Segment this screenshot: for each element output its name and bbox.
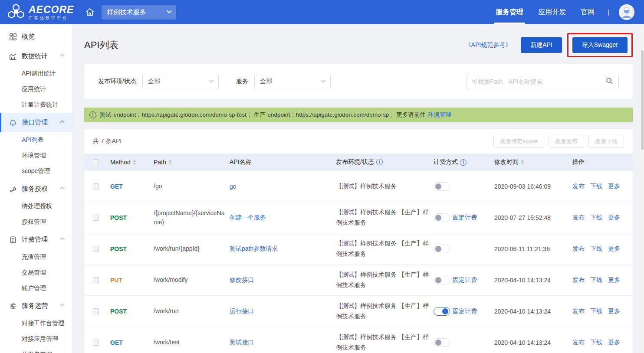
row-checkbox[interactable] bbox=[93, 277, 99, 283]
sidebar-item-label: 接口管理 bbox=[22, 118, 48, 127]
service-selector[interactable]: 样例技术服务 bbox=[102, 5, 176, 20]
service-filter-label: 服务 bbox=[236, 78, 248, 85]
env-management-link[interactable]: 环境管理 bbox=[428, 111, 451, 119]
action-offline-link[interactable]: 下线 bbox=[590, 339, 602, 346]
user-avatar[interactable] bbox=[619, 4, 634, 20]
new-api-button[interactable]: 新建API bbox=[521, 37, 562, 53]
batch-bind-scope-button[interactable]: 批量绑定scope bbox=[493, 135, 544, 148]
sidebar-item-app-integration[interactable]: 对接应用管理 bbox=[0, 331, 72, 347]
row-billing-label: 固定计费 bbox=[453, 214, 477, 222]
billing-toggle[interactable] bbox=[434, 182, 450, 191]
api-name-link[interactable]: 修改接口 bbox=[230, 276, 254, 283]
sidebar-item-billing-management[interactable]: 计费管理 bbox=[0, 230, 72, 249]
action-more-link[interactable]: 更多 bbox=[608, 307, 620, 315]
row-actions: 发布下线更多 bbox=[572, 214, 633, 222]
sidebar-item-api-management[interactable]: 接口管理 bbox=[0, 113, 72, 132]
sort-icon[interactable] bbox=[168, 160, 172, 165]
sidebar-item-authorization-management[interactable]: 授权管理 bbox=[0, 214, 72, 230]
sidebar-item-service-operation[interactable]: 服务运营 bbox=[0, 296, 72, 316]
select-all-checkbox[interactable] bbox=[93, 159, 99, 165]
sidebar-item-transaction-management[interactable]: 交易管理 bbox=[0, 265, 72, 281]
billing-toggle[interactable] bbox=[434, 213, 450, 222]
row-actions: 发布下线更多 bbox=[572, 307, 633, 315]
sidebar-item-pending-authorization[interactable]: 待处理授权 bbox=[0, 199, 72, 214]
action-more-link[interactable]: 更多 bbox=[608, 276, 620, 284]
table-row: POST /work/run 运行接口 【测试】样例技术服务 【生产】样例技术服… bbox=[84, 296, 633, 327]
action-publish-link[interactable]: 发布 bbox=[572, 339, 585, 346]
batch-publish-button[interactable]: 批量发布 bbox=[549, 135, 584, 148]
batch-offline-button[interactable]: 批量下线 bbox=[588, 135, 624, 148]
column-path[interactable]: Path bbox=[154, 158, 230, 167]
api-name-link[interactable]: 创建一个服务 bbox=[230, 214, 266, 221]
main-content: API列表 《API规范参考》 新建API 导入Swagger 发布环境/状态 … bbox=[73, 24, 644, 353]
column-method[interactable]: Method bbox=[110, 159, 154, 166]
billing-toggle[interactable] bbox=[434, 338, 450, 347]
row-actions: 发布下线更多 bbox=[572, 339, 633, 346]
topbar: AECORE 广联达数字中台 样例技术服务 服务管理 应用开发 官网 | bbox=[0, 0, 644, 24]
row-path: /{projectName}/{serviceName} bbox=[154, 209, 230, 227]
sidebar-item-developer-management[interactable]: 开发者管理 bbox=[0, 347, 72, 353]
billing-toggle[interactable] bbox=[434, 245, 450, 253]
action-more-link[interactable]: 更多 bbox=[608, 214, 620, 222]
window-scrollbar[interactable] bbox=[641, 24, 644, 353]
api-spec-reference-link[interactable]: 《API规范参考》 bbox=[465, 41, 512, 49]
nav-service-management[interactable]: 服务管理 bbox=[496, 0, 523, 24]
search-input[interactable] bbox=[472, 78, 605, 85]
sidebar-item-api-call-stats[interactable]: API调用统计 bbox=[0, 66, 72, 82]
import-swagger-button[interactable]: 导入Swagger bbox=[572, 37, 628, 53]
row-checkbox[interactable] bbox=[93, 215, 99, 221]
sidebar-item-env-management[interactable]: 环境管理 bbox=[0, 148, 72, 163]
action-more-link[interactable]: 更多 bbox=[608, 245, 620, 253]
sidebar-item-scope-management[interactable]: scope管理 bbox=[0, 163, 72, 179]
sidebar-item-data-statistics[interactable]: 数据统计 bbox=[0, 46, 72, 66]
column-modified-time[interactable]: 修改时间 bbox=[494, 158, 572, 166]
billing-toggle[interactable] bbox=[434, 276, 450, 284]
sidebar-item-workbench-integration[interactable]: 对接工作台管理 bbox=[0, 316, 72, 331]
sidebar-item-overview[interactable]: 概览 bbox=[0, 27, 72, 46]
row-checkbox[interactable] bbox=[93, 340, 99, 346]
info-icon[interactable]: i bbox=[376, 159, 383, 165]
action-more-link[interactable]: 更多 bbox=[608, 183, 620, 190]
sidebar-item-metering-billing-stats[interactable]: 计量计费统计 bbox=[0, 97, 72, 113]
info-icon[interactable]: i bbox=[460, 159, 467, 166]
nav-app-development[interactable]: 应用开发 bbox=[538, 0, 566, 24]
action-publish-link[interactable]: 发布 bbox=[572, 214, 585, 222]
action-publish-link[interactable]: 发布 bbox=[572, 276, 585, 284]
action-offline-link[interactable]: 下线 bbox=[590, 214, 602, 222]
api-name-link[interactable]: 测试接口 bbox=[230, 339, 254, 346]
sidebar-item-account-management[interactable]: 账户管理 bbox=[0, 281, 72, 296]
sidebar-item-recharge-management[interactable]: 充值管理 bbox=[0, 249, 72, 265]
sidebar-item-label: 计费管理 bbox=[22, 235, 48, 244]
row-checkbox[interactable] bbox=[93, 246, 99, 252]
row-checkbox[interactable] bbox=[93, 183, 99, 190]
env-filter-select[interactable]: 全部 bbox=[142, 74, 219, 89]
sidebar-item-app-stats[interactable]: 应用统计 bbox=[0, 82, 72, 97]
chevron-up-icon bbox=[60, 121, 65, 125]
sort-icon[interactable] bbox=[521, 160, 524, 165]
search-icon[interactable] bbox=[605, 77, 613, 86]
sidebar-item-api-list[interactable]: API列表 bbox=[0, 132, 72, 148]
api-name-link[interactable]: 运行接口 bbox=[230, 307, 254, 314]
home-icon[interactable] bbox=[85, 7, 95, 17]
action-publish-link[interactable]: 发布 bbox=[572, 245, 585, 253]
action-offline-link[interactable]: 下线 bbox=[590, 276, 602, 284]
table-row: POST /work/run/{appId} 测试path参数请求 【测试】样例… bbox=[84, 233, 633, 265]
action-offline-link[interactable]: 下线 bbox=[590, 307, 602, 315]
action-publish-link[interactable]: 发布 bbox=[572, 307, 585, 315]
sort-icon[interactable] bbox=[133, 160, 136, 165]
api-name-link[interactable]: 测试path参数请求 bbox=[230, 245, 278, 252]
api-name-link[interactable]: go bbox=[230, 183, 237, 190]
billing-toggle[interactable] bbox=[434, 307, 450, 316]
action-offline-link[interactable]: 下线 bbox=[590, 183, 602, 190]
action-offline-link[interactable]: 下线 bbox=[590, 245, 602, 253]
service-filter-select[interactable]: 全部 bbox=[254, 74, 331, 89]
scrollbar-thumb[interactable] bbox=[641, 50, 644, 150]
action-publish-link[interactable]: 发布 bbox=[572, 183, 585, 190]
row-checkbox[interactable] bbox=[93, 308, 99, 314]
nav-official-site[interactable]: 官网 bbox=[581, 0, 595, 24]
row-method: PUT bbox=[110, 277, 154, 284]
action-more-link[interactable]: 更多 bbox=[608, 339, 620, 346]
row-env-status: 【测试】样例技术服务 【生产】样例技术服务 bbox=[336, 239, 434, 259]
service-selector-value: 样例技术服务 bbox=[107, 8, 146, 16]
sidebar-item-service-authorization[interactable]: 服务授权 bbox=[0, 179, 72, 199]
